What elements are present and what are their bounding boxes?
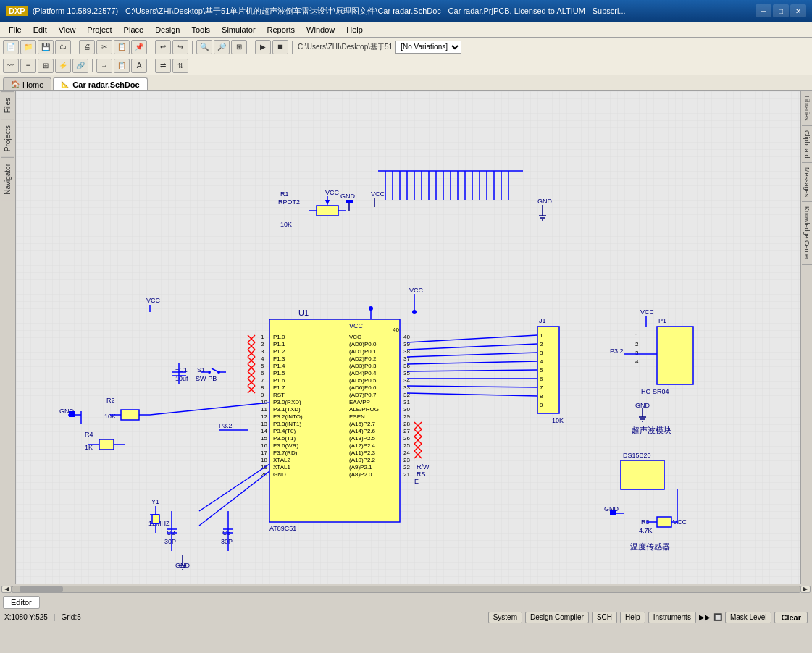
sch-btn[interactable]: SCH	[592, 612, 617, 623]
variations-select[interactable]: [No Variations]	[395, 41, 461, 54]
tb2-flip-btn[interactable]: ⇅	[172, 59, 188, 73]
menu-item-view[interactable]: View	[53, 24, 82, 35]
menu-item-place[interactable]: Place	[118, 24, 150, 35]
status-right: System Design Compiler SCH Help Instrume…	[488, 612, 808, 623]
sidebar-messages[interactable]: Messages	[802, 163, 812, 202]
left-sidebar: Files Projects Navigator	[0, 91, 16, 584]
minimize-button[interactable]: ─	[756, 4, 771, 17]
svg-rect-253	[657, 517, 671, 527]
svg-text:P3.2: P3.2	[610, 347, 624, 355]
svg-text:P1.1: P1.1	[273, 341, 285, 347]
tb-copy-btn[interactable]: 📋	[114, 40, 130, 54]
svg-text:3: 3	[635, 350, 639, 356]
tb2-port-btn[interactable]: →	[96, 59, 112, 73]
schematic-canvas[interactable]: U1 AT89C51 VCC 40 P1.0 P1.1 P1.2 P1.3 P1…	[16, 91, 800, 584]
menu-item-tools[interactable]: Tools	[185, 24, 216, 35]
svg-text:27: 27	[403, 428, 410, 434]
clear-btn[interactable]: Clear	[774, 612, 808, 623]
sidebar-navigator[interactable]: Navigator	[1, 157, 14, 201]
tb-undo-btn[interactable]: ↩	[155, 40, 171, 54]
tb-zoom-in-btn[interactable]: 🔍	[196, 40, 212, 54]
tb-saveall-btn[interactable]: 🗂	[55, 40, 71, 54]
scroll-track[interactable]	[12, 586, 800, 593]
sidebar-files[interactable]: Files	[1, 91, 14, 119]
sidebar-projects[interactable]: Projects	[1, 119, 14, 157]
svg-text:26: 26	[403, 435, 410, 442]
tab-home[interactable]: 🏠 Home	[3, 77, 51, 90]
tb2-bus-btn[interactable]: ≡	[20, 59, 36, 73]
svg-text:PSEN: PSEN	[349, 413, 365, 420]
svg-text:8: 8	[261, 384, 264, 391]
tb-new-btn[interactable]: 📄	[3, 40, 19, 54]
tb-paste-btn[interactable]: 📌	[131, 40, 147, 54]
tb-open-btn[interactable]: 📁	[20, 40, 36, 54]
svg-text:30: 30	[403, 406, 410, 413]
svg-text:40: 40	[403, 334, 410, 340]
help-btn[interactable]: Help	[620, 612, 645, 623]
arrow-icon: ▶▶	[699, 613, 711, 621]
menu-item-file[interactable]: File	[3, 24, 28, 35]
u1-value: AT89C51	[269, 525, 296, 532]
svg-text:(A12)P2.4: (A12)P2.4	[349, 442, 376, 449]
sidebar-knowledge[interactable]: Knowledge Center	[802, 202, 812, 265]
menu-item-simulator[interactable]: Simulator	[216, 24, 261, 35]
coordinates-display: X:1080 Y:525	[4, 613, 48, 621]
tb2-align-btn[interactable]: ⇌	[155, 59, 171, 73]
svg-text:(A11)P2.3: (A11)P2.3	[349, 450, 376, 456]
tb-zoom-out-btn[interactable]: 🔎	[214, 40, 230, 54]
tb-save-btn[interactable]: 💾	[38, 40, 54, 54]
svg-text:J1: J1	[539, 317, 546, 324]
tab-schematic[interactable]: 📐 Car radar.SchDoc	[53, 77, 147, 90]
menu-item-help[interactable]: Help	[340, 24, 369, 35]
h-scrollbar[interactable]: ◀ ▶	[0, 584, 812, 594]
svg-text:P3.1(TXD): P3.1(TXD)	[273, 406, 301, 413]
system-btn[interactable]: System	[488, 612, 522, 623]
tb2-net-btn[interactable]: 🔗	[72, 59, 88, 73]
instruments-btn[interactable]: Instruments	[648, 612, 696, 623]
tb2-power-btn[interactable]: ⚡	[55, 59, 71, 73]
svg-text:VCC: VCC	[640, 308, 655, 316]
menu-item-edit[interactable]: Edit	[28, 24, 53, 35]
menu-item-project[interactable]: Project	[81, 24, 117, 35]
scroll-left-btn[interactable]: ◀	[1, 586, 12, 593]
svg-text:21: 21	[403, 471, 410, 478]
design-compiler-btn[interactable]: Design Compiler	[525, 612, 589, 623]
svg-text:GND: GND	[340, 193, 356, 200]
maximize-button[interactable]: □	[773, 4, 789, 17]
svg-text:(A8)P2.0: (A8)P2.0	[349, 471, 372, 478]
svg-text:10: 10	[261, 399, 267, 405]
close-button[interactable]: ✕	[790, 4, 806, 17]
svg-text:9: 9	[261, 392, 264, 398]
tb-cut-btn[interactable]: ✂	[96, 40, 112, 54]
svg-text:P3.5(T1): P3.5(T1)	[273, 435, 296, 442]
tb-print-btn[interactable]: 🖨	[79, 40, 95, 54]
editor-tab[interactable]: Editor	[3, 596, 40, 609]
menu-item-window[interactable]: Window	[301, 24, 340, 35]
tb2-text-btn[interactable]: A	[131, 59, 147, 73]
svg-text:10K: 10K	[552, 417, 564, 424]
tb-stop-btn[interactable]: ⏹	[272, 40, 288, 54]
sidebar-clipboard[interactable]: Clipboard	[802, 126, 812, 164]
svg-text:P3.7(RD): P3.7(RD)	[273, 450, 298, 456]
tb-run-btn[interactable]: ▶	[255, 40, 271, 54]
tb-fit-btn[interactable]: ⊞	[231, 40, 247, 54]
tb2-comp-btn[interactable]: ⊞	[38, 59, 54, 73]
svg-text:(AD0)P0.0: (AD0)P0.0	[349, 341, 377, 347]
scroll-thumb[interactable]	[20, 586, 63, 592]
svg-text:4: 4	[635, 358, 639, 365]
tb2-wire-btn[interactable]: 〰	[3, 59, 19, 73]
tb2-sheet-btn[interactable]: 📋	[114, 59, 130, 73]
svg-text:DS15B20: DS15B20	[623, 452, 651, 459]
u1-vcc-top: VCC	[349, 322, 364, 329]
scroll-right-btn[interactable]: ▶	[800, 586, 811, 593]
svg-text:RPOT2: RPOT2	[278, 198, 300, 206]
mask-level-btn[interactable]: Mask Level	[725, 612, 772, 623]
svg-text:7: 7	[261, 377, 264, 384]
svg-text:(A13)P2.5: (A13)P2.5	[349, 435, 376, 442]
sidebar-libraries[interactable]: Libraries	[802, 91, 812, 126]
menu-item-design[interactable]: Design	[149, 24, 185, 35]
tb-redo-btn[interactable]: ↪	[172, 40, 188, 54]
svg-text:6: 6	[540, 376, 543, 382]
svg-text:HC-SR04: HC-SR04	[641, 388, 669, 395]
menu-item-reports[interactable]: Reports	[261, 24, 301, 35]
